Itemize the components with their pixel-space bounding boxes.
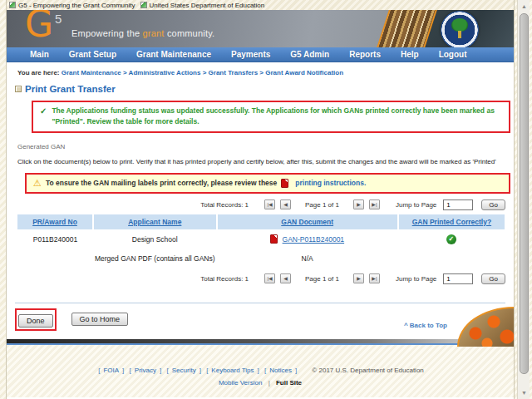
- go-button[interactable]: Go: [481, 200, 505, 210]
- done-button[interactable]: Done: [18, 314, 53, 328]
- menu-grant-maintenance[interactable]: Grant Maintenance: [126, 50, 221, 59]
- tab-g5[interactable]: G5 - Empowering the Grant Community: [9, 2, 135, 9]
- footer-link-keyboard-tips[interactable]: Keyboard Tips: [211, 367, 254, 374]
- warning-triangle-icon: ⚠: [33, 179, 42, 188]
- footer-link-foia[interactable]: FOIA: [103, 367, 119, 374]
- mobile-version-link[interactable]: Mobile Version: [219, 379, 262, 387]
- g5-favicon-icon: [9, 2, 16, 8]
- breadcrumb: You are here: Grant Maintenance > Admini…: [7, 62, 514, 76]
- done-button-highlight: Done: [15, 308, 57, 331]
- bottom-gradient-bar: [7, 339, 514, 345]
- vertical-scrollbar[interactable]: ▲ ▼: [517, 0, 530, 399]
- cell-gan-document: N/A: [217, 249, 398, 268]
- generated-gan-label: Generated GAN: [17, 143, 514, 150]
- banner: G 5 Empowering the grant community.: [7, 10, 514, 47]
- bracket: ]: [295, 367, 297, 374]
- slogan-suffix: community.: [165, 28, 215, 38]
- footer-link-security[interactable]: Security: [172, 367, 196, 374]
- cell-applicant-name: Design School: [93, 229, 217, 249]
- breadcrumb-path[interactable]: Grant Maintenance > Administrative Actio…: [62, 69, 343, 76]
- footer-site-mode-row: Mobile Version | Full Site: [7, 379, 514, 387]
- menu-logout[interactable]: Logout: [429, 50, 477, 59]
- footer: [FOIA] [Privacy] [Security] [Keyboard Ti…: [7, 345, 514, 397]
- cell-gan-document: GAN-P011B240001: [217, 229, 398, 249]
- menu-grant-setup[interactable]: Grant Setup: [59, 50, 126, 59]
- header-gan-printed-correctly[interactable]: GAN Printed Correctly?: [398, 214, 505, 229]
- printed-success-check-icon[interactable]: ✓: [446, 234, 456, 244]
- bracket: ]: [200, 367, 201, 374]
- tab-ed-label: United States Department of Education: [150, 2, 265, 9]
- menu-reports[interactable]: Reports: [339, 50, 391, 59]
- print-instructions-text: Click on the document(s) below to print.…: [17, 158, 504, 165]
- breadcrumb-prefix: You are here:: [17, 69, 60, 76]
- page-indicator: Page 1 of 1: [305, 275, 339, 283]
- footer-link-notices[interactable]: Notices: [269, 367, 292, 374]
- tab-g5-label: G5 - Empowering the Grant Community: [18, 2, 135, 9]
- last-page-button[interactable]: ▶|: [369, 200, 380, 209]
- first-page-button[interactable]: |◀: [264, 273, 275, 283]
- gan-document-link[interactable]: GAN-P011B240001: [283, 235, 345, 244]
- slogan: Empowering the grant community.: [71, 28, 214, 38]
- main-menu-bar: Main Grant Setup Grant Maintenance Payme…: [7, 47, 514, 62]
- go-button[interactable]: Go: [481, 273, 505, 284]
- pagination-bottom: Total Records: 1 |◀ ◀ Page 1 of 1 ▶ ▶| J…: [7, 273, 505, 284]
- footer-link-privacy[interactable]: Privacy: [135, 367, 156, 374]
- bracket: [: [206, 367, 208, 374]
- bracket: [: [98, 367, 100, 374]
- success-message-box: ✓ The Applications funding status was up…: [32, 101, 510, 133]
- header-applicant-name[interactable]: Applicant Name: [93, 214, 217, 229]
- menu-main[interactable]: Main: [7, 50, 59, 59]
- jump-to-page-label: Jump to Page: [396, 201, 436, 209]
- bracket: [: [130, 367, 131, 374]
- back-to-top-link[interactable]: ^ Back to Top: [404, 322, 447, 329]
- tab-ed[interactable]: United States Department of Education: [140, 2, 265, 9]
- next-page-button[interactable]: ▶: [353, 273, 364, 283]
- warning-message-box: ⚠ To ensure the GAN mailing labels print…: [25, 173, 510, 194]
- bracket: ]: [258, 367, 259, 374]
- last-page-button[interactable]: ▶|: [369, 273, 380, 283]
- total-records-label: Total Records: 1: [200, 201, 249, 209]
- seal-trunk: [458, 31, 461, 38]
- jump-to-page-input[interactable]: [443, 200, 473, 210]
- page-content: You are here: Grant Maintenance > Admini…: [7, 62, 514, 339]
- next-page-button[interactable]: ▶: [353, 200, 364, 209]
- seal-tree-icon: [451, 18, 468, 32]
- pagination-top: Total Records: 1 |◀ ◀ Page 1 of 1 ▶ ▶| J…: [7, 200, 505, 210]
- cell-applicant-name: Merged GAN PDF (contains all GANs): [93, 249, 217, 268]
- browser-tab-strip: G5 - Empowering the Grant Community Unit…: [7, 0, 514, 10]
- scroll-up-icon[interactable]: ▲: [520, 2, 529, 11]
- success-check-icon: ✓: [40, 106, 47, 116]
- g5-logo-g: G: [25, 10, 53, 43]
- pdf-file-icon: [270, 234, 278, 244]
- go-to-home-button[interactable]: Go to Home: [71, 313, 129, 326]
- prev-page-button[interactable]: ◀: [280, 200, 291, 209]
- total-records-label: Total Records: 1: [200, 275, 249, 283]
- printing-instructions-link[interactable]: printing instructions.: [295, 179, 366, 187]
- header-pr-award-no[interactable]: PR/Award No: [17, 214, 93, 229]
- menu-help[interactable]: Help: [391, 50, 429, 59]
- section-expand-icon: [15, 86, 22, 92]
- scrollbar-thumb[interactable]: [520, 13, 529, 374]
- first-page-button[interactable]: |◀: [264, 200, 275, 209]
- slogan-prefix: Empowering the: [71, 28, 143, 38]
- menu-payments[interactable]: Payments: [221, 50, 280, 59]
- cell-award-no: [17, 249, 93, 268]
- prev-page-button[interactable]: ◀: [280, 273, 291, 283]
- bracket: ]: [122, 367, 124, 374]
- ed-favicon-icon: [140, 2, 147, 8]
- scroll-down-icon[interactable]: ▼: [520, 388, 529, 397]
- bracket: [: [264, 367, 266, 374]
- cell-printed-correctly: [398, 249, 505, 268]
- department-of-education-seal-icon: [441, 11, 479, 47]
- success-message-text: The Applications funding status was upda…: [52, 106, 502, 127]
- full-site-label: Full Site: [276, 379, 302, 387]
- footer-separator: |: [268, 379, 270, 387]
- menu-g5-admin[interactable]: G5 Admin: [280, 50, 339, 59]
- jump-to-page-input[interactable]: [443, 273, 473, 284]
- page-indicator: Page 1 of 1: [305, 201, 339, 209]
- header-gan-document[interactable]: GAN Document: [217, 214, 398, 229]
- cell-award-no: P011B240001: [17, 229, 93, 249]
- bracket: ]: [160, 367, 161, 374]
- g5-application-window: G5 - Empowering the Grant Community Unit…: [6, 0, 515, 399]
- copyright-text: © 2017 U.S. Department of Education: [312, 367, 423, 374]
